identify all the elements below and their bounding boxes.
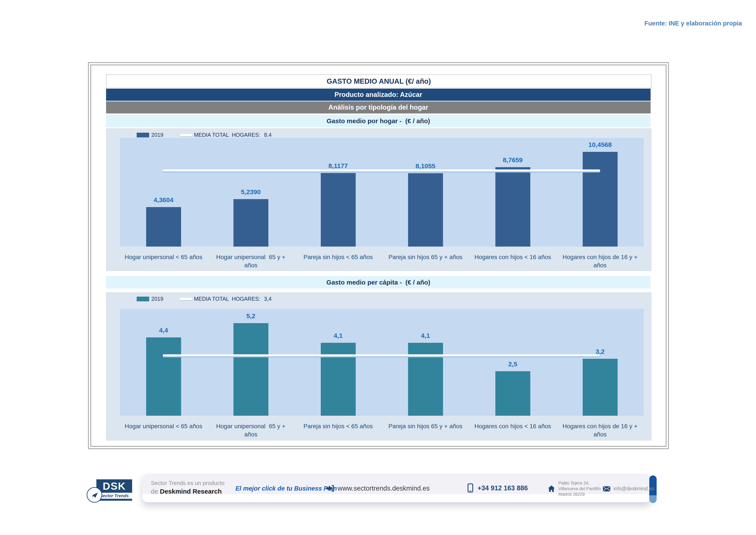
legend-series-label: 2019 (151, 296, 163, 302)
section-title-per-hogar: Gasto medio por hogar - (€ / año) (106, 115, 651, 127)
footer-product-text: Sector Trends es un producto de Deskmind… (151, 480, 225, 495)
paper-plane-icon (87, 487, 102, 503)
data-label: 4,4 (159, 326, 168, 334)
category-label: Pareja sin hijos < 65 años (294, 419, 382, 438)
legend-media-value: 8.4 (264, 132, 272, 138)
footer-website: www.sectortrends.deskmind.es (326, 485, 430, 492)
section-title-per-capita: Gasto medio per cápita - (€ / año) (106, 276, 651, 289)
footer-email: info@deskmind.es (603, 486, 655, 492)
data-label: 8,7659 (503, 156, 523, 164)
bar-slot: 8,7659 (469, 138, 556, 246)
category-labels: Hogar unipersonal < 65 añosHogar unipers… (120, 250, 644, 269)
bar-slot: 4,1 (294, 309, 382, 416)
bar-slot: 4,3604 (120, 138, 207, 246)
bar-slot: 8,1177 (294, 138, 382, 246)
legend-media-value: 3,4 (264, 296, 272, 302)
bar-slot: 3,2 (556, 309, 644, 416)
category-label: Hogares con hijos de 16 y + años (556, 250, 644, 269)
footer-product-line1: Sector Trends es un producto (151, 480, 225, 487)
data-label: 3,2 (596, 348, 605, 355)
bar-slot: 2,5 (469, 309, 556, 416)
mail-icon (603, 486, 610, 492)
data-label: 4,1 (421, 332, 430, 339)
data-label: 10,4568 (588, 141, 611, 149)
footer-company-name: Deskmind Research (160, 488, 222, 495)
bar (583, 152, 618, 246)
source-note: Fuente: INE y elaboración propia (644, 20, 742, 27)
category-labels: Hogar unipersonal < 65 añosHogar unipers… (120, 419, 644, 438)
footer-address: Pablo Tejera 24. Villanueva del Pardillo… (548, 480, 602, 497)
phone-icon (467, 483, 474, 493)
footer-address-line1: Pablo Tejera 24. (558, 481, 589, 485)
footer-phone: +34 912 163 886 (467, 483, 528, 493)
category-label: Pareja sin hijos < 65 años (294, 250, 382, 269)
category-label: Hogares con hijos de 16 y + años (556, 419, 644, 438)
analysis-row: Análisis por tipología del hogar (106, 101, 651, 113)
category-label: Hogar unipersonal < 65 años (120, 250, 207, 269)
chart-gasto-medio-per-capita: 2019 MEDIA TOTAL HOGARES: 3,4 4,45,24,14… (106, 292, 651, 440)
footer-phone-number[interactable]: +34 912 163 886 (477, 484, 528, 492)
report-title: GASTO MEDIO ANUAL (€/ año) (106, 74, 651, 88)
legend-line-swatch (180, 134, 192, 136)
arrow-right-icon (326, 485, 335, 492)
category-label: Pareja sin hijos 65 y + años (382, 250, 469, 269)
footer-address-line3: Madrid 28229 (558, 492, 585, 496)
legend-series-swatch (137, 296, 149, 301)
bar (495, 371, 530, 416)
bar (408, 173, 443, 246)
bar-slot: 5,2390 (207, 138, 294, 246)
footer-website-url[interactable]: www.sectortrends.deskmind.es (338, 485, 430, 492)
category-label: Hogares con hijos < 16 años (469, 250, 556, 269)
data-label: 5,2 (246, 312, 256, 320)
home-icon (548, 485, 555, 492)
bar (321, 343, 356, 416)
plot-area: 4,36045,23908,11778,10558,765910,4568 (120, 138, 644, 246)
category-label: Hogar unipersonal < 65 años (120, 419, 207, 438)
bar (583, 359, 618, 416)
dsk-logo: DSK Sector Trends (96, 479, 132, 501)
chart-legend: 2019 MEDIA TOTAL HOGARES: 8.4 (137, 132, 272, 138)
legend-media-label: MEDIA TOTAL HOGARES: (194, 296, 260, 302)
bar (321, 173, 356, 246)
bar-slot: 4,4 (120, 309, 207, 416)
chart-legend: 2019 MEDIA TOTAL HOGARES: 3,4 (137, 296, 272, 302)
footer-product-line2-prefix: de (151, 488, 160, 495)
dsk-logo-text: DSK (96, 479, 132, 493)
footer-tagline: El mejor click de tu Business Plan (235, 485, 337, 492)
bar (233, 199, 268, 246)
media-line (163, 354, 600, 356)
bar-slot: 4,1 (382, 309, 469, 416)
category-label: Pareja sin hijos 65 y + años (382, 419, 469, 438)
data-label: 8,1177 (328, 162, 348, 170)
legend-series-label: 2019 (151, 132, 163, 138)
category-label: Hogares con hijos < 16 años (469, 419, 556, 438)
bar (146, 337, 181, 416)
data-label: 5,2390 (241, 188, 261, 196)
bar-slot: 5,2 (207, 309, 294, 416)
bar-slot: 10,4568 (556, 138, 644, 246)
bar (233, 323, 268, 416)
report-frame: GASTO MEDIO ANUAL (€/ año) Producto anal… (88, 62, 669, 449)
data-label: 8,1055 (416, 162, 435, 170)
plot-area: 4,45,24,14,12,53,2 (120, 309, 644, 416)
data-label: 2,5 (508, 360, 517, 368)
media-line (163, 170, 600, 172)
product-row: Producto analizado: Azúcar (106, 89, 651, 101)
category-label: Hogar unipersonal 65 y + años (207, 419, 294, 438)
footer-product-line2: de Deskmind Research (151, 488, 225, 495)
data-label: 4,3604 (154, 196, 174, 204)
report-page: Fuente: INE y elaboración propia GASTO M… (0, 0, 756, 535)
footer-address-text: Pablo Tejera 24. Villanueva del Pardillo… (558, 480, 602, 497)
footer-address-line2: Villanueva del Pardillo. (558, 486, 602, 491)
dsk-logo-strip (96, 499, 132, 501)
chart-gasto-medio-por-hogar: 2019 MEDIA TOTAL HOGARES: 8.4 4,36045,23… (106, 128, 651, 271)
legend-line-swatch (180, 298, 192, 300)
category-label: Hogar unipersonal 65 y + años (207, 250, 294, 269)
legend-media-label: MEDIA TOTAL HOGARES: (194, 132, 260, 138)
footer-email-text[interactable]: info@deskmind.es (613, 486, 655, 492)
data-label: 4,1 (334, 332, 343, 339)
bar (146, 207, 181, 246)
bar-slot: 8,1055 (382, 138, 469, 246)
legend-series-swatch (137, 133, 149, 137)
bar (495, 167, 530, 246)
